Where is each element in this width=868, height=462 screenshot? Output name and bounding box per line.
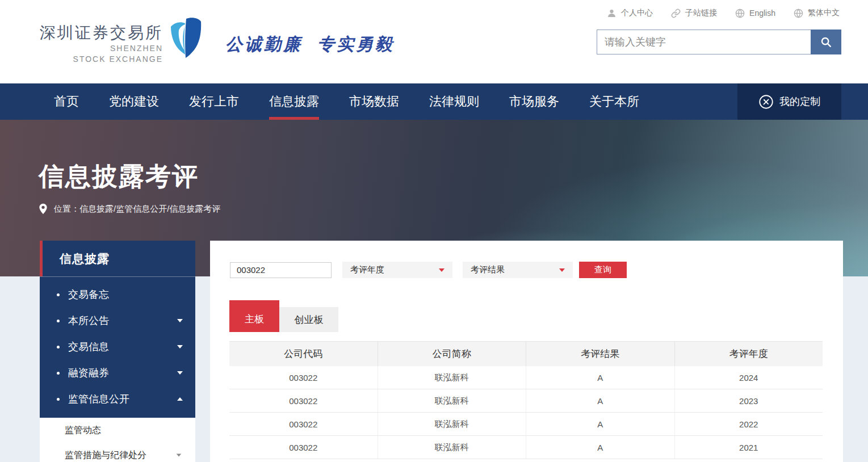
szse-shield-logo-icon xyxy=(169,17,203,61)
column-header-company-name: 公司简称 xyxy=(378,342,527,366)
nav-item-listing[interactable]: 发行上市 xyxy=(189,83,239,120)
page-title: 信息披露考评 xyxy=(39,159,199,194)
nav-item-market-services[interactable]: 市场服务 xyxy=(509,83,559,120)
user-center-link[interactable]: 个人中心 xyxy=(607,8,653,18)
nav-item-market-data[interactable]: 市场数据 xyxy=(349,83,399,120)
sidebar-menu: 交易备忘 本所公告 交易信息 融资融券 监管信息公开 xyxy=(40,276,195,418)
sidebar-item-trading-info[interactable]: 交易信息 xyxy=(40,334,195,360)
cell-company-code: 003022 xyxy=(229,366,378,389)
logo-english-name: SHENZHEN STOCK EXCHANGE xyxy=(73,43,163,64)
sidebar-item-margin-trading[interactable]: 融资融券 xyxy=(40,360,195,386)
slogan: 公诚勤廉专实勇毅 xyxy=(225,33,395,56)
link-icon xyxy=(671,9,681,18)
chevron-down-icon xyxy=(559,268,565,272)
my-customization-label: 我的定制 xyxy=(779,95,820,108)
bullet-icon xyxy=(57,398,60,401)
search-input[interactable] xyxy=(597,30,811,54)
sidebar-item-label: 本所公告 xyxy=(68,314,109,327)
site-search xyxy=(597,30,841,54)
chevron-down-icon xyxy=(177,345,183,348)
filter-bar: 考评年度 考评结果 查询 xyxy=(230,262,627,278)
cell-result: A xyxy=(526,389,675,412)
cell-company-code: 003022 xyxy=(229,436,378,459)
bullet-icon xyxy=(57,346,60,348)
cell-company-code: 003022 xyxy=(229,389,378,412)
nav-item-party-building[interactable]: 党的建设 xyxy=(109,83,159,120)
sidebar-subitem-label: 监管措施与纪律处分 xyxy=(65,450,146,461)
sidebar-item-announcements[interactable]: 本所公告 xyxy=(40,308,195,334)
customize-icon xyxy=(758,94,774,110)
table-row: 003022 联泓新科 A 2024 xyxy=(229,366,823,389)
sub-sites-link[interactable]: 子站链接 xyxy=(671,8,717,18)
table-header-row: 公司代码 公司简称 考评结果 考评年度 xyxy=(229,341,823,366)
nav-item-home[interactable]: 首页 xyxy=(54,83,79,120)
evaluation-table: 公司代码 公司简称 考评结果 考评年度 003022 联泓新科 A 2024 0… xyxy=(229,341,823,459)
cell-company-name: 联泓新科 xyxy=(378,366,527,389)
chevron-down-icon xyxy=(177,319,183,322)
cell-result: A xyxy=(526,436,675,459)
breadcrumb: 位置：信息披露/监管信息公开/信息披露考评 xyxy=(39,203,220,215)
sidebar-subitem-regulatory-news[interactable]: 监管动态 xyxy=(40,418,195,443)
chevron-up-icon xyxy=(177,397,183,401)
evaluation-result-select[interactable]: 考评结果 xyxy=(463,262,573,278)
sidebar: 信息披露 交易备忘 本所公告 交易信息 融资融券 监管信息公开 监管动态 xyxy=(40,241,195,462)
english-label: English xyxy=(749,9,775,18)
nav-item-rules[interactable]: 法律规则 xyxy=(429,83,479,120)
user-center-label: 个人中心 xyxy=(621,8,653,18)
logo-text: 深圳证券交易所 SHENZHEN STOCK EXCHANGE xyxy=(40,23,163,64)
evaluation-year-select[interactable]: 考评年度 xyxy=(342,262,452,278)
english-link[interactable]: English xyxy=(735,9,775,18)
sidebar-title: 信息披露 xyxy=(40,241,195,276)
tab-main-board[interactable]: 主板 xyxy=(229,300,279,332)
tab-chinext[interactable]: 创业板 xyxy=(279,307,338,332)
globe-icon xyxy=(794,9,803,18)
chevron-down-icon xyxy=(177,453,182,456)
evaluation-result-select-label: 考评结果 xyxy=(471,264,505,275)
logo[interactable]: 深圳证券交易所 SHENZHEN STOCK EXCHANGE 公诚勤廉专实勇毅 xyxy=(40,23,395,64)
board-tabs: 主板 创业板 xyxy=(229,300,338,332)
search-button[interactable] xyxy=(811,30,841,54)
cell-company-name: 联泓新科 xyxy=(378,413,527,435)
table-row: 003022 联泓新科 A 2023 xyxy=(229,389,823,413)
cell-result: A xyxy=(526,413,675,435)
cell-year: 2024 xyxy=(675,366,823,389)
bullet-icon xyxy=(57,293,60,296)
sidebar-submenu: 监管动态 监管措施与纪律处分 xyxy=(40,418,195,462)
cell-result: A xyxy=(526,366,675,389)
nav-item-disclosure[interactable]: 信息披露 xyxy=(269,83,319,120)
cell-company-name: 联泓新科 xyxy=(378,436,527,459)
sidebar-item-label: 交易信息 xyxy=(68,340,109,354)
sidebar-item-label: 监管信息公开 xyxy=(68,392,129,406)
cell-year: 2021 xyxy=(675,436,823,459)
chevron-down-icon xyxy=(439,268,445,272)
sidebar-subitem-regulatory-measures[interactable]: 监管措施与纪律处分 xyxy=(40,443,195,462)
column-header-result: 考评结果 xyxy=(526,342,675,366)
sub-sites-label: 子站链接 xyxy=(685,8,717,18)
content-panel: 考评年度 考评结果 查询 主板 创业板 公司代码 公司简称 考评结果 考评年度 … xyxy=(210,241,843,462)
column-header-company-code: 公司代码 xyxy=(229,342,378,366)
company-code-input[interactable] xyxy=(230,262,332,278)
user-icon xyxy=(607,9,617,18)
logo-chinese-name: 深圳证券交易所 xyxy=(40,23,163,43)
sidebar-subitem-label: 监管动态 xyxy=(65,425,101,436)
sidebar-item-trading-memo[interactable]: 交易备忘 xyxy=(40,282,195,308)
evaluation-year-select-label: 考评年度 xyxy=(350,264,384,275)
cell-company-name: 联泓新科 xyxy=(378,389,527,412)
sidebar-item-regulatory-info[interactable]: 监管信息公开 xyxy=(40,386,195,412)
my-customization-button[interactable]: 我的定制 xyxy=(737,83,841,120)
sidebar-item-label: 融资融券 xyxy=(68,366,109,380)
nav-item-about[interactable]: 关于本所 xyxy=(589,83,639,120)
bullet-icon xyxy=(57,320,60,322)
location-pin-icon xyxy=(39,203,48,215)
breadcrumb-text[interactable]: 位置：信息披露/监管信息公开/信息披露考评 xyxy=(54,204,220,215)
search-icon xyxy=(820,36,832,48)
traditional-chinese-link[interactable]: 繁体中文 xyxy=(794,8,840,18)
bullet-icon xyxy=(57,372,60,375)
query-button[interactable]: 查询 xyxy=(579,262,627,278)
main-nav: 首页 党的建设 发行上市 信息披露 市场数据 法律规则 市场服务 关于本所 我的… xyxy=(0,83,868,120)
cell-year: 2023 xyxy=(675,389,823,412)
cell-company-code: 003022 xyxy=(229,413,378,435)
table-row: 003022 联泓新科 A 2022 xyxy=(229,413,823,436)
traditional-chinese-label: 繁体中文 xyxy=(808,8,840,18)
table-row: 003022 联泓新科 A 2021 xyxy=(229,436,823,459)
